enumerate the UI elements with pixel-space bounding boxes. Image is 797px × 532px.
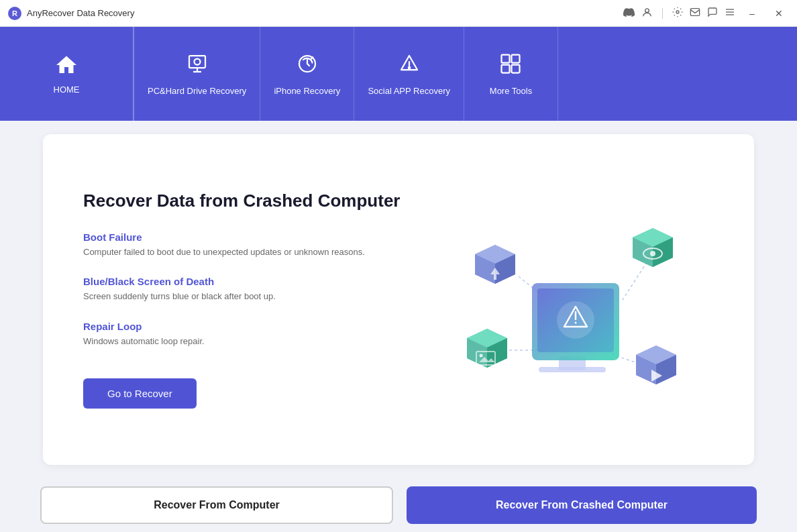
svg-point-28 bbox=[574, 321, 576, 323]
crashed-computer-illustration bbox=[431, 196, 713, 404]
nav-label-more: More Tools bbox=[490, 86, 532, 96]
svg-rect-2 bbox=[690, 9, 699, 16]
feature-boot-failure-desc: Computer failed to boot due to unexpecte… bbox=[83, 246, 430, 259]
main-content: Recover Data from Crashed Computer Boot … bbox=[0, 121, 797, 478]
feature-blue-screen-desc: Screen suddenly turns blue or black afte… bbox=[83, 290, 430, 303]
feature-blue-screen-title: Blue/Black Screen of Death bbox=[83, 276, 430, 287]
recover-from-computer-button[interactable]: Recover From Computer bbox=[40, 486, 393, 524]
title-bar-left: R AnyRecover Data Recovery bbox=[8, 7, 134, 20]
bottom-bar: Recover From Computer Recover From Crash… bbox=[0, 478, 797, 532]
home-icon bbox=[54, 53, 78, 79]
social-icon bbox=[397, 52, 421, 81]
feature-blue-screen: Blue/Black Screen of Death Screen sudden… bbox=[83, 276, 430, 303]
nav-item-pc-recovery[interactable]: PC&Hard Drive Recovery bbox=[134, 27, 260, 121]
svg-point-12 bbox=[408, 67, 409, 68]
feature-repair-loop-desc: Windows automatic loop repair. bbox=[83, 335, 430, 348]
nav-label-iphone: iPhone Recovery bbox=[274, 86, 340, 96]
svg-rect-6 bbox=[189, 56, 205, 68]
avatar-icon[interactable] bbox=[641, 7, 653, 20]
svg-rect-13 bbox=[502, 55, 510, 63]
feature-boot-failure-title: Boot Failure bbox=[83, 231, 430, 243]
svg-point-1 bbox=[676, 11, 679, 13]
nav-item-iphone[interactable]: iPhone Recovery bbox=[260, 27, 354, 121]
nav-item-social[interactable]: Social APP Recovery bbox=[354, 27, 464, 121]
feature-card: Recover Data from Crashed Computer Boot … bbox=[43, 134, 754, 465]
iphone-icon bbox=[295, 52, 319, 81]
app-title: AnyRecover Data Recovery bbox=[27, 8, 134, 18]
menu-icon[interactable] bbox=[725, 7, 735, 19]
pc-recovery-icon bbox=[185, 52, 209, 81]
svg-point-39 bbox=[650, 251, 655, 256]
app-logo: R bbox=[8, 7, 21, 20]
nav-label-pc: PC&Hard Drive Recovery bbox=[148, 86, 246, 96]
svg-point-7 bbox=[194, 59, 200, 65]
svg-rect-14 bbox=[512, 55, 520, 63]
minimize-button[interactable]: – bbox=[742, 3, 762, 23]
recover-from-crashed-computer-button[interactable]: Recover From Crashed Computer bbox=[407, 486, 757, 524]
go-to-recover-button[interactable]: Go to Recover bbox=[83, 378, 197, 409]
nav-bar: HOME PC&Hard Drive Recovery iPhone Recov… bbox=[0, 27, 797, 121]
nav-item-more-tools[interactable]: More Tools bbox=[464, 27, 558, 121]
svg-point-0 bbox=[645, 8, 649, 12]
settings-icon[interactable] bbox=[672, 7, 683, 19]
svg-rect-16 bbox=[512, 65, 520, 73]
separator bbox=[662, 8, 663, 19]
close-button[interactable]: ✕ bbox=[769, 3, 789, 23]
feature-boot-failure: Boot Failure Computer failed to boot due… bbox=[83, 231, 430, 259]
mail-icon[interactable] bbox=[690, 7, 700, 19]
nav-label-social: Social APP Recovery bbox=[368, 86, 450, 96]
nav-item-home[interactable]: HOME bbox=[0, 27, 134, 121]
more-tools-icon bbox=[498, 52, 523, 81]
nav-label-home: HOME bbox=[54, 85, 80, 95]
title-bar: R AnyRecover Data Recovery – ✕ bbox=[0, 0, 797, 27]
feature-repair-loop: Repair Loop Windows automatic loop repai… bbox=[83, 321, 430, 348]
card-left-panel: Recover Data from Crashed Computer Boot … bbox=[83, 191, 430, 409]
card-title: Recover Data from Crashed Computer bbox=[83, 191, 430, 211]
svg-rect-15 bbox=[502, 65, 510, 73]
feature-repair-loop-title: Repair Loop bbox=[83, 321, 430, 332]
svg-point-46 bbox=[479, 354, 482, 357]
title-bar-controls: – ✕ bbox=[623, 3, 789, 23]
card-illustration bbox=[430, 161, 714, 438]
chat-icon[interactable] bbox=[707, 7, 718, 19]
discord-icon[interactable] bbox=[623, 7, 635, 20]
